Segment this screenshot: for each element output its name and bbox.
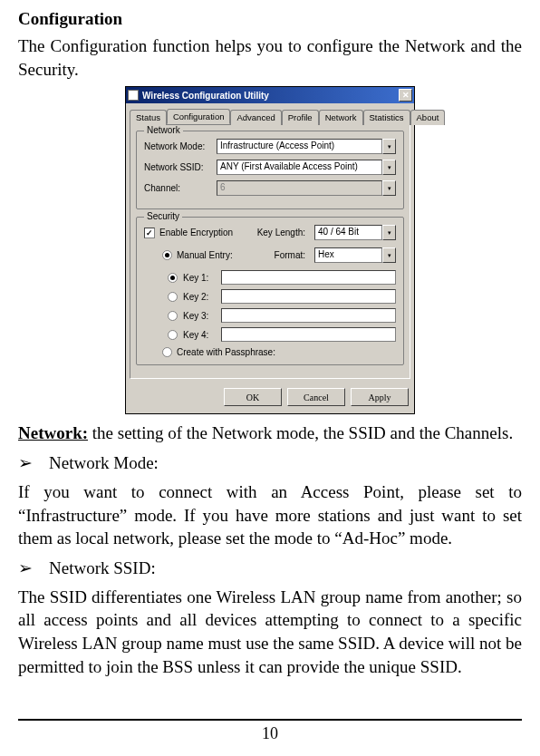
checkbox-icon[interactable]: ✓: [144, 228, 155, 238]
tab-about[interactable]: About: [410, 110, 446, 125]
tab-configuration[interactable]: Configuration: [167, 109, 231, 124]
window-title: Wireless Configuration Utility: [142, 91, 269, 101]
titlebar: Wireless Configuration Utility ✕: [126, 87, 414, 103]
bullet-text: Network Mode:: [49, 453, 159, 472]
key-length-label: Key Length:: [257, 228, 305, 237]
chevron-down-icon: ▾: [382, 180, 396, 196]
dialog-screenshot: Wireless Configuration Utility ✕ Status …: [18, 86, 522, 414]
channel-value: 6: [217, 180, 382, 196]
bullet-text: Network SSID:: [49, 558, 156, 577]
bullet2-body: The SSID differentiates one Wireless LAN…: [18, 586, 522, 679]
bullet1-body: If you want to connect with an Access Po…: [18, 480, 522, 550]
enable-encryption-check[interactable]: ✓ Enable Encryption: [144, 228, 233, 238]
network-mode-value: Infrastructure (Access Point): [217, 139, 382, 154]
key2-input[interactable]: [221, 289, 396, 304]
manual-entry-radio[interactable]: Manual Entry:: [162, 250, 233, 260]
bullet-network-mode: ➢Network Mode:: [18, 452, 522, 473]
format-value: Hex: [314, 247, 382, 263]
radio-icon[interactable]: [162, 250, 172, 260]
key4-input[interactable]: [221, 327, 396, 342]
network-mode-combo[interactable]: Infrastructure (Access Point) ▾: [217, 139, 396, 154]
key2-row: Key 2:: [168, 289, 396, 304]
network-heading-rest: the setting of the Network mode, the SSI…: [88, 423, 513, 442]
passphrase-label: Create with Passphrase:: [177, 347, 275, 357]
network-heading-bold: Network:: [18, 423, 88, 442]
radio-icon[interactable]: [162, 347, 172, 357]
key1-row: Key 1:: [168, 270, 396, 285]
bullet-arrow-icon: ➢: [18, 557, 49, 578]
passphrase-radio[interactable]: Create with Passphrase:: [162, 347, 396, 357]
network-ssid-label: Network SSID:: [144, 162, 211, 172]
bullet-network-ssid: ➢Network SSID:: [18, 557, 522, 578]
radio-icon[interactable]: [168, 273, 178, 283]
bullet-arrow-icon: ➢: [18, 452, 49, 473]
apply-button[interactable]: Apply: [351, 388, 409, 406]
footer-divider: [18, 719, 522, 721]
channel-label: Channel:: [144, 183, 211, 193]
radio-icon[interactable]: [168, 330, 178, 340]
chevron-down-icon[interactable]: ▾: [382, 160, 396, 175]
dialog-window: Wireless Configuration Utility ✕ Status …: [125, 86, 415, 414]
tab-network[interactable]: Network: [319, 110, 363, 125]
radio-icon[interactable]: [168, 292, 178, 302]
key2-label: Key 2:: [183, 292, 216, 302]
chevron-down-icon[interactable]: ▾: [382, 139, 396, 154]
network-heading: Network: the setting of the Network mode…: [18, 422, 522, 445]
tab-statistics[interactable]: Statistics: [363, 110, 410, 125]
tab-advanced[interactable]: Advanced: [230, 110, 281, 125]
tab-profile[interactable]: Profile: [282, 110, 319, 125]
intro-paragraph: The Configuration function helps you to …: [18, 34, 522, 81]
key-length-value: 40 / 64 Bit: [314, 225, 382, 240]
security-legend: Security: [144, 211, 182, 221]
format-label: Format:: [275, 250, 305, 260]
tab-strip: Status Configuration Advanced Profile Ne…: [126, 103, 414, 124]
key1-label: Key 1:: [183, 273, 216, 283]
cancel-button[interactable]: Cancel: [287, 388, 345, 406]
network-fieldset: Network Network Mode: Infrastructure (Ac…: [136, 131, 404, 209]
security-fieldset: Security ✓ Enable Encryption Key Length:…: [136, 217, 404, 365]
network-ssid-value: ANY (First Available Access Point): [217, 160, 382, 175]
radio-icon[interactable]: [168, 311, 178, 321]
channel-combo: 6 ▾: [217, 180, 396, 196]
tab-panel: Network Network Mode: Infrastructure (Ac…: [130, 124, 410, 379]
key4-label: Key 4:: [183, 330, 216, 340]
tab-status[interactable]: Status: [130, 110, 167, 125]
key1-input[interactable]: [221, 270, 396, 285]
key3-label: Key 3:: [183, 311, 216, 321]
chevron-down-icon[interactable]: ▾: [382, 247, 396, 263]
key3-row: Key 3:: [168, 308, 396, 323]
key4-row: Key 4:: [168, 327, 396, 342]
section-heading: Configuration: [18, 9, 522, 29]
manual-entry-label: Manual Entry:: [177, 250, 233, 260]
key-length-combo[interactable]: 40 / 64 Bit ▾: [314, 225, 396, 240]
key3-input[interactable]: [221, 308, 396, 323]
network-ssid-combo[interactable]: ANY (First Available Access Point) ▾: [217, 160, 396, 175]
page-footer: 10: [18, 719, 522, 743]
app-icon: [128, 90, 139, 101]
network-mode-label: Network Mode:: [144, 141, 211, 151]
close-button[interactable]: ✕: [399, 89, 412, 102]
format-combo[interactable]: Hex ▾: [314, 247, 396, 263]
dialog-buttons: OK Cancel Apply: [126, 383, 414, 413]
ok-button[interactable]: OK: [224, 388, 282, 406]
page-number: 10: [18, 724, 522, 743]
chevron-down-icon[interactable]: ▾: [382, 225, 396, 240]
enable-encryption-label: Enable Encryption: [159, 228, 233, 237]
network-legend: Network: [144, 125, 183, 135]
